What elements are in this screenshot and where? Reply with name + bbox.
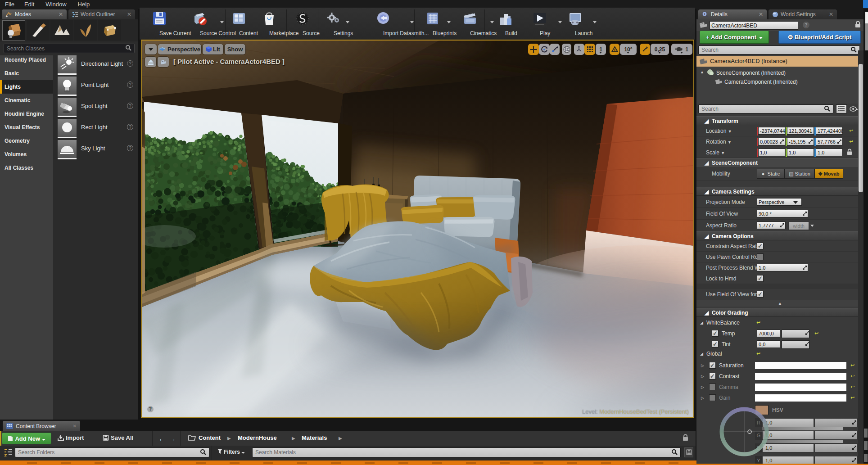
svg-text:i: i — [704, 12, 705, 16]
